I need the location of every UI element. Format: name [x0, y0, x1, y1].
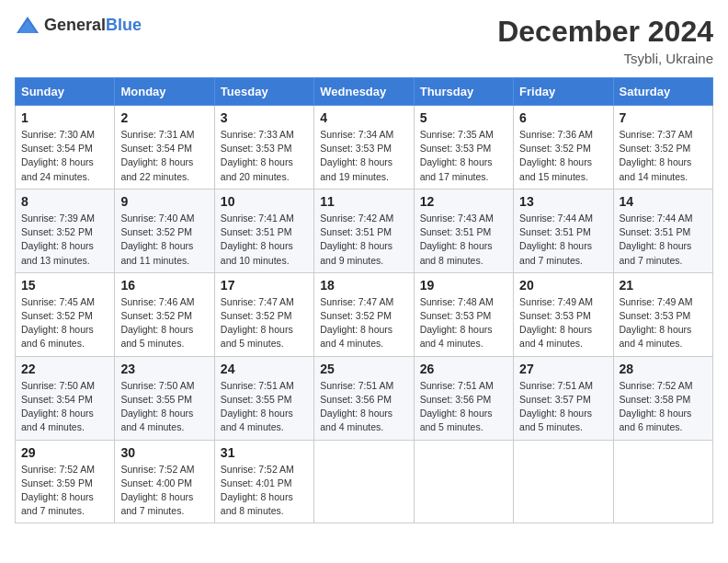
weekday-header-friday: Friday	[514, 78, 613, 106]
day-number: 27	[519, 362, 607, 376]
day-info: Sunrise: 7:48 AM Sunset: 3:53 PM Dayligh…	[420, 295, 507, 351]
day-number: 8	[21, 194, 108, 209]
day-number: 10	[221, 194, 308, 209]
day-number: 4	[320, 110, 407, 125]
day-info: Sunrise: 7:50 AM Sunset: 3:55 PM Dayligh…	[120, 379, 208, 435]
calendar-week-row: 22Sunrise: 7:50 AM Sunset: 3:54 PM Dayli…	[16, 356, 713, 440]
day-number: 3	[221, 110, 308, 125]
day-number: 5	[420, 110, 507, 125]
calendar-day-cell: 11Sunrise: 7:42 AM Sunset: 3:51 PM Dayli…	[314, 189, 414, 272]
weekday-header-thursday: Thursday	[414, 78, 513, 106]
day-number: 14	[620, 194, 707, 209]
day-info: Sunrise: 7:39 AM Sunset: 3:52 PM Dayligh…	[21, 212, 108, 268]
day-info: Sunrise: 7:51 AM Sunset: 3:57 PM Dayligh…	[519, 379, 607, 435]
day-number: 26	[420, 362, 507, 376]
day-info: Sunrise: 7:46 AM Sunset: 3:52 PM Dayligh…	[120, 295, 208, 351]
calendar-day-cell: 2Sunrise: 7:31 AM Sunset: 3:54 PM Daylig…	[115, 106, 214, 190]
weekday-header-wednesday: Wednesday	[314, 78, 414, 106]
day-number: 18	[320, 278, 407, 293]
calendar-day-cell: 28Sunrise: 7:52 AM Sunset: 3:58 PM Dayli…	[613, 356, 712, 440]
calendar-day-cell: 3Sunrise: 7:33 AM Sunset: 3:53 PM Daylig…	[214, 106, 313, 190]
day-info: Sunrise: 7:36 AM Sunset: 3:52 PM Dayligh…	[519, 128, 607, 184]
calendar-day-cell: 10Sunrise: 7:41 AM Sunset: 3:51 PM Dayli…	[214, 189, 313, 272]
day-number: 24	[221, 362, 308, 376]
logo-icon	[15, 15, 40, 35]
weekday-header-monday: Monday	[115, 78, 214, 106]
day-number: 11	[320, 194, 407, 209]
day-info: Sunrise: 7:34 AM Sunset: 3:53 PM Dayligh…	[320, 128, 407, 184]
weekday-header-tuesday: Tuesday	[214, 78, 313, 106]
day-number: 6	[519, 110, 607, 125]
day-info: Sunrise: 7:52 AM Sunset: 3:58 PM Dayligh…	[620, 379, 707, 435]
day-number: 21	[620, 278, 707, 293]
location-title: Tsybli, Ukraine	[497, 51, 713, 66]
day-info: Sunrise: 7:35 AM Sunset: 3:53 PM Dayligh…	[420, 128, 507, 184]
day-info: Sunrise: 7:40 AM Sunset: 3:52 PM Dayligh…	[120, 212, 208, 268]
empty-cell	[414, 440, 513, 523]
calendar-day-cell: 24Sunrise: 7:51 AM Sunset: 3:55 PM Dayli…	[214, 356, 313, 440]
logo-text-blue: Blue	[106, 16, 142, 34]
day-number: 25	[320, 362, 407, 376]
day-number: 9	[120, 194, 208, 209]
calendar-day-cell: 13Sunrise: 7:44 AM Sunset: 3:51 PM Dayli…	[514, 189, 613, 272]
calendar-day-cell: 7Sunrise: 7:37 AM Sunset: 3:52 PM Daylig…	[613, 106, 712, 190]
day-number: 12	[420, 194, 507, 209]
calendar-day-cell: 16Sunrise: 7:46 AM Sunset: 3:52 PM Dayli…	[115, 272, 214, 356]
day-info: Sunrise: 7:51 AM Sunset: 3:56 PM Dayligh…	[320, 379, 407, 435]
calendar-day-cell: 4Sunrise: 7:34 AM Sunset: 3:53 PM Daylig…	[314, 106, 414, 190]
calendar-day-cell: 29Sunrise: 7:52 AM Sunset: 3:59 PM Dayli…	[16, 440, 115, 523]
calendar-day-cell: 30Sunrise: 7:52 AM Sunset: 4:00 PM Dayli…	[115, 440, 214, 523]
day-info: Sunrise: 7:51 AM Sunset: 3:56 PM Dayligh…	[420, 379, 507, 435]
calendar-day-cell: 14Sunrise: 7:44 AM Sunset: 3:51 PM Dayli…	[613, 189, 712, 272]
calendar-day-cell: 25Sunrise: 7:51 AM Sunset: 3:56 PM Dayli…	[314, 356, 414, 440]
weekday-header-row: SundayMondayTuesdayWednesdayThursdayFrid…	[16, 78, 713, 106]
day-info: Sunrise: 7:37 AM Sunset: 3:52 PM Dayligh…	[620, 128, 707, 184]
calendar-table: SundayMondayTuesdayWednesdayThursdayFrid…	[15, 77, 713, 523]
day-info: Sunrise: 7:47 AM Sunset: 3:52 PM Dayligh…	[320, 295, 407, 351]
calendar-week-row: 8Sunrise: 7:39 AM Sunset: 3:52 PM Daylig…	[16, 189, 713, 272]
day-number: 28	[620, 362, 707, 376]
day-info: Sunrise: 7:52 AM Sunset: 4:01 PM Dayligh…	[221, 463, 308, 519]
calendar-day-cell: 12Sunrise: 7:43 AM Sunset: 3:51 PM Dayli…	[414, 189, 513, 272]
day-number: 23	[120, 362, 208, 376]
page-header: GeneralBlue December 2024 Tsybli, Ukrain…	[15, 15, 713, 66]
day-number: 22	[21, 362, 108, 376]
day-info: Sunrise: 7:42 AM Sunset: 3:51 PM Dayligh…	[320, 212, 407, 268]
calendar-week-row: 1Sunrise: 7:30 AM Sunset: 3:54 PM Daylig…	[16, 106, 713, 190]
month-title: December 2024	[497, 15, 713, 49]
title-block: December 2024 Tsybli, Ukraine	[497, 15, 713, 66]
day-number: 29	[21, 445, 108, 460]
calendar-day-cell: 5Sunrise: 7:35 AM Sunset: 3:53 PM Daylig…	[414, 106, 513, 190]
empty-cell	[314, 440, 414, 523]
day-info: Sunrise: 7:52 AM Sunset: 4:00 PM Dayligh…	[120, 463, 208, 519]
calendar-day-cell: 23Sunrise: 7:50 AM Sunset: 3:55 PM Dayli…	[115, 356, 214, 440]
calendar-day-cell: 18Sunrise: 7:47 AM Sunset: 3:52 PM Dayli…	[314, 272, 414, 356]
day-number: 15	[21, 278, 108, 293]
logo-text-general: General	[44, 16, 106, 34]
calendar-day-cell: 21Sunrise: 7:49 AM Sunset: 3:53 PM Dayli…	[613, 272, 712, 356]
calendar-day-cell: 20Sunrise: 7:49 AM Sunset: 3:53 PM Dayli…	[514, 272, 613, 356]
day-info: Sunrise: 7:31 AM Sunset: 3:54 PM Dayligh…	[120, 128, 208, 184]
day-number: 13	[519, 194, 607, 209]
day-number: 19	[420, 278, 507, 293]
day-number: 7	[620, 110, 707, 125]
calendar-week-row: 29Sunrise: 7:52 AM Sunset: 3:59 PM Dayli…	[16, 440, 713, 523]
day-number: 1	[21, 110, 108, 125]
day-info: Sunrise: 7:33 AM Sunset: 3:53 PM Dayligh…	[221, 128, 308, 184]
day-info: Sunrise: 7:51 AM Sunset: 3:55 PM Dayligh…	[221, 379, 308, 435]
empty-cell	[514, 440, 613, 523]
calendar-day-cell: 19Sunrise: 7:48 AM Sunset: 3:53 PM Dayli…	[414, 272, 513, 356]
empty-cell	[613, 440, 712, 523]
logo: GeneralBlue	[15, 15, 142, 35]
calendar-day-cell: 9Sunrise: 7:40 AM Sunset: 3:52 PM Daylig…	[115, 189, 214, 272]
day-info: Sunrise: 7:43 AM Sunset: 3:51 PM Dayligh…	[420, 212, 507, 268]
day-info: Sunrise: 7:45 AM Sunset: 3:52 PM Dayligh…	[21, 295, 108, 351]
calendar-day-cell: 22Sunrise: 7:50 AM Sunset: 3:54 PM Dayli…	[16, 356, 115, 440]
calendar-week-row: 15Sunrise: 7:45 AM Sunset: 3:52 PM Dayli…	[16, 272, 713, 356]
calendar-day-cell: 17Sunrise: 7:47 AM Sunset: 3:52 PM Dayli…	[214, 272, 313, 356]
day-info: Sunrise: 7:49 AM Sunset: 3:53 PM Dayligh…	[620, 295, 707, 351]
day-number: 30	[120, 445, 208, 460]
day-info: Sunrise: 7:50 AM Sunset: 3:54 PM Dayligh…	[21, 379, 108, 435]
calendar-day-cell: 8Sunrise: 7:39 AM Sunset: 3:52 PM Daylig…	[16, 189, 115, 272]
day-number: 17	[221, 278, 308, 293]
